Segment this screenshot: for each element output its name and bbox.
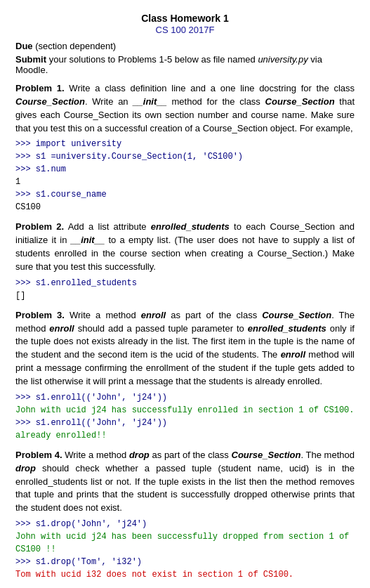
submit-text: your solutions to Problems 1-5 below as … [46,54,258,65]
submit-filename: university.py [258,54,308,65]
p2-label: Problem 2. [15,221,64,232]
p1-label: Problem 1. [15,83,65,93]
problem-4-text: Problem 4. Write a method drop as part o… [15,449,355,515]
p4-text4: should check whether a passed tuple (stu… [15,463,355,514]
problem-3-text: Problem 3. Write a method enroll as part… [15,309,355,388]
p1-class2: Course_Section [265,96,335,107]
p4-method1: drop [129,450,150,460]
p4-text3: . The method [301,450,355,460]
p2-code: >>> s1.enrolled_students [] [15,277,355,302]
p3-code: >>> s1.enroll(('John', 'j24')) John with… [15,391,355,442]
p1-method1: __init__ [133,96,166,107]
due-label: Due [15,41,33,51]
problem-1: Problem 1. Write a class definition line… [15,82,355,214]
p2-text1: Add a list attribute [68,221,151,232]
code-line: >>> s1.enroll(('John', 'j24')) [15,417,355,429]
p3-label: Problem 3. [15,310,65,320]
p4-text2: as part of the class [150,450,232,460]
due-text: (section dependent) [33,41,117,51]
code-line: >>> s1.course_name [15,188,355,201]
code-line: >>> s1.drop('Tom', 'i32') [15,556,355,568]
problem-4: Problem 4. Write a method drop as part o… [15,449,355,581]
code-output: already enrolled!! [15,429,355,442]
p2-attr1: enrolled_students [151,221,230,232]
page-subtitle: CS 100 2017F [15,25,355,35]
code-line: >>> s1.drop('John', 'j24') [15,518,355,530]
page-title: Class Homework 1 [15,13,355,24]
p3-attr1: enrolled_students [248,323,326,334]
p1-text3: method for the class [167,96,265,107]
due-line: Due (section dependent) [15,41,355,51]
p3-method1: enroll [141,310,166,320]
code-output: John with ucid j24 has successfully enro… [15,404,355,417]
p2-method1: __init__ [71,235,105,245]
problem-2-text: Problem 2. Add a list attribute enrolled… [15,221,355,273]
code-line: >>> import university [15,138,355,150]
problem-2: Problem 2. Add a list attribute enrolled… [15,221,355,301]
code-output: [] [15,289,355,302]
p4-code: >>> s1.drop('John', 'j24') John with uci… [15,518,355,581]
p4-class1: Course_Section [232,450,301,460]
p1-class1: Course_Section [15,96,85,107]
code-output: John with ucid j24 has been successfully… [15,530,355,556]
p3-method2: enroll [49,323,74,334]
problem-3: Problem 3. Write a method enroll as part… [15,309,355,442]
p4-text1: Write a method [65,450,129,460]
code-output: 1 [15,176,355,188]
problem-1-text: Problem 1. Write a class definition line… [15,82,355,135]
p4-label: Problem 4. [15,450,62,460]
code-output: Tom with ucid i32 does not exist in sect… [15,568,355,581]
code-output: CS100 [15,201,355,214]
code-line: >>> s1.enroll(('John', 'j24')) [15,391,355,404]
p4-method2: drop [15,463,36,473]
p1-text1: Write a class definition line and a one … [69,83,355,93]
main-content: Class Homework 1 CS 100 2017F Due (secti… [0,0,370,588]
p3-class1: Course_Section [262,310,331,320]
p1-code: >>> import university >>> s1 =university… [15,138,355,214]
p3-method3: enroll [281,349,305,360]
submit-line: Submit your solutions to Problems 1-5 be… [15,54,355,75]
code-line: >>> s1 =university.Course_Section(1, 'CS… [15,150,355,163]
p3-text1: Write a method [70,310,141,320]
code-line: >>> s1.enrolled_students [15,277,355,289]
submit-label: Submit [15,54,46,65]
p3-text2: as part of the class [166,310,262,320]
p1-text2: . Write an [85,96,133,107]
code-line: >>> s1.num [15,163,355,176]
p3-text4: should add a passed tuple parameter to [74,323,248,334]
page: Class Homework 1 CS 100 2017F Due (secti… [0,0,370,588]
